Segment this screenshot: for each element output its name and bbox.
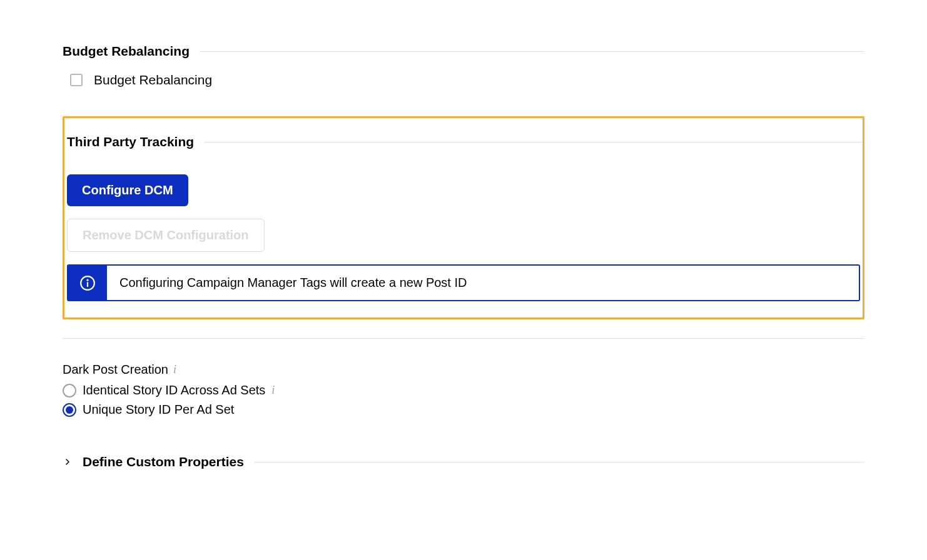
radio-identical-story-id[interactable]: Identical Story ID Across Ad Sets i (63, 383, 864, 398)
budget-section-header: Budget Rebalancing (63, 44, 864, 59)
budget-checkbox-row: Budget Rebalancing (63, 72, 864, 88)
budget-section-title: Budget Rebalancing (63, 44, 190, 59)
dark-post-radio-group: Identical Story ID Across Ad Sets i Uniq… (63, 383, 864, 417)
svg-point-1 (86, 279, 88, 281)
configure-dcm-button[interactable]: Configure DCM (67, 174, 188, 206)
tracking-section-header: Third Party Tracking (64, 134, 863, 149)
divider-line (204, 142, 863, 142)
define-custom-properties-title: Define Custom Properties (83, 454, 244, 469)
radio-button[interactable] (63, 384, 76, 398)
info-banner-text: Configuring Campaign Manager Tags will c… (107, 266, 859, 300)
info-icon[interactable]: i (271, 384, 275, 397)
divider-line (254, 462, 864, 462)
budget-checkbox-label: Budget Rebalancing (94, 72, 212, 88)
info-icon[interactable]: i (173, 363, 176, 376)
radio-unique-story-id[interactable]: Unique Story ID Per Ad Set (63, 402, 864, 417)
info-banner: Configuring Campaign Manager Tags will c… (67, 264, 860, 301)
define-custom-properties-header[interactable]: Define Custom Properties (63, 454, 864, 469)
divider-line (63, 338, 864, 339)
remove-dcm-config-button: Remove DCM Configuration (67, 219, 265, 252)
radio-button[interactable] (63, 403, 76, 417)
budget-checkbox[interactable] (70, 74, 83, 86)
tracking-section-title: Third Party Tracking (67, 134, 194, 149)
radio-label: Unique Story ID Per Ad Set (83, 402, 234, 417)
divider-line (200, 51, 864, 52)
chevron-right-icon (63, 457, 73, 467)
dark-post-creation-label: Dark Post Creation (63, 362, 168, 377)
svg-rect-2 (87, 282, 88, 287)
info-icon (68, 266, 107, 300)
radio-label: Identical Story ID Across Ad Sets (83, 383, 265, 398)
dark-post-creation-label-row: Dark Post Creation i (63, 362, 864, 377)
third-party-tracking-highlight: Third Party Tracking Configure DCM Remov… (63, 116, 864, 319)
